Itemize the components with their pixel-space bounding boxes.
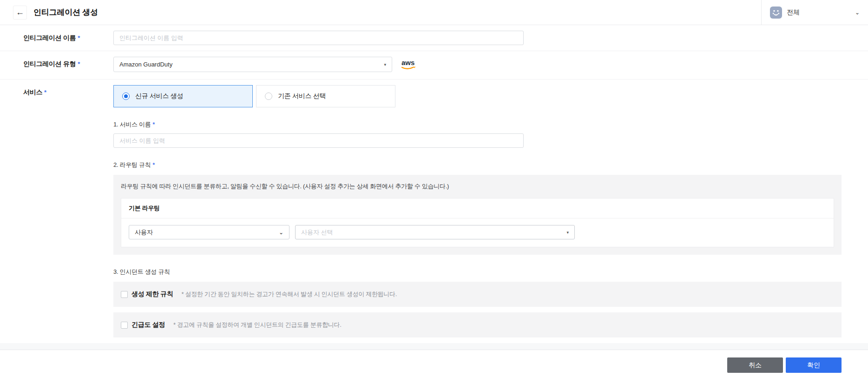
- required-mark: *: [44, 89, 46, 96]
- back-button[interactable]: ←: [13, 6, 27, 20]
- scope-label: 전체: [787, 8, 850, 17]
- required-mark: *: [152, 121, 154, 128]
- routing-description: 라우팅 규칙에 따라 인시던트를 분류하고, 알림을 수신할 수 있습니다. (…: [121, 182, 834, 191]
- dropdown-arrow-icon: ▾: [384, 62, 386, 67]
- confirm-button[interactable]: 확인: [786, 357, 842, 373]
- checkbox-urgency[interactable]: [121, 322, 128, 329]
- service-name-heading: 1. 서비스 이름*: [113, 120, 842, 129]
- incident-rules-heading: 3. 인시던트 생성 규칙: [113, 268, 842, 276]
- required-mark: *: [78, 34, 80, 41]
- integration-create-page: ← 인티그레이션 생성 전체 ⌄ 인티그레이션 이름*: [0, 0, 868, 377]
- dropdown-arrow-icon: ▾: [566, 230, 569, 235]
- integration-type-row: 인티그레이션 유형* Amazon GuardDuty ▾ aws: [0, 51, 868, 79]
- rule-bar-creation-limit: 생성 제한 규칙 * 설정한 기간 동안 일치하는 경고가 연속해서 발생 시 …: [113, 282, 842, 307]
- arrow-left-icon: ←: [16, 7, 24, 17]
- radio-label: 신규 서비스 생성: [135, 92, 183, 100]
- integration-type-value: Amazon GuardDuty: [119, 61, 172, 68]
- rule-note: * 경고에 규칙을 설정하여 개별 인시던트의 긴급도를 분류합니다.: [173, 321, 341, 329]
- radio-card-new-service[interactable]: 신규 서비스 생성: [113, 85, 253, 107]
- chevron-down-icon: ⌄: [279, 229, 283, 236]
- service-mode-options: 신규 서비스 생성 기존 서비스 선택: [113, 85, 842, 107]
- routing-target-placeholder: 사용자 선택: [301, 228, 333, 237]
- radio-checked-icon: [122, 93, 130, 100]
- service-label: 서비스*: [23, 85, 113, 97]
- aws-logo: aws: [399, 58, 419, 73]
- page-title: 인티그레이션 생성: [33, 7, 98, 18]
- integration-type-select[interactable]: Amazon GuardDuty ▾: [113, 57, 392, 72]
- basic-routing-card: 기본 라우팅 사용자 ⌄ 사용자 선택 ▾: [121, 198, 834, 247]
- radio-card-existing-service[interactable]: 기존 서비스 선택: [256, 85, 395, 107]
- basic-routing-title: 기본 라우팅: [121, 198, 834, 218]
- service-section: 신규 서비스 생성 기존 서비스 선택 1. 서비스 이름* 2. 라우팅 규칙…: [113, 85, 842, 337]
- integration-type-label: 인티그레이션 유형*: [23, 57, 113, 68]
- footer-actions: 취소 확인: [0, 350, 868, 377]
- checkbox-creation-limit[interactable]: [121, 291, 128, 298]
- group-icon: [770, 7, 782, 19]
- rule-bar-urgency: 긴급도 설정 * 경고에 규칙을 설정하여 개별 인시던트의 긴급도를 분류합니…: [113, 312, 842, 337]
- routing-rules-heading: 2. 라우팅 규칙*: [113, 161, 842, 169]
- scope-selector[interactable]: 전체 ⌄: [761, 0, 868, 25]
- radio-label: 기존 서비스 선택: [278, 92, 326, 100]
- integration-name-row: 인티그레이션 이름*: [0, 25, 868, 51]
- required-mark: *: [78, 60, 80, 67]
- radio-unchecked-icon: [265, 93, 272, 100]
- service-row: 서비스* 신규 서비스 생성 기존 서비스 선택 1. 서비스 이름*: [0, 79, 868, 343]
- rule-name: 생성 제한 규칙: [132, 290, 173, 298]
- integration-name-input[interactable]: [113, 31, 524, 45]
- routing-target-type-value: 사용자: [135, 228, 153, 237]
- service-name-input[interactable]: [113, 133, 524, 148]
- aws-logo-text: aws: [401, 59, 414, 66]
- rule-note: * 설정한 기간 동안 일치하는 경고가 연속해서 발생 시 인시던트 생성이 …: [181, 290, 397, 298]
- cancel-button[interactable]: 취소: [727, 357, 783, 373]
- integration-name-label: 인티그레이션 이름*: [23, 31, 113, 42]
- routing-target-type-select[interactable]: 사용자 ⌄: [129, 225, 289, 239]
- required-mark: *: [152, 162, 154, 168]
- routing-rules-box: 라우팅 규칙에 따라 인시던트를 분류하고, 알림을 수신할 수 있습니다. (…: [113, 175, 842, 255]
- page-header: ← 인티그레이션 생성 전체 ⌄: [0, 0, 868, 25]
- basic-routing-controls: 사용자 ⌄ 사용자 선택 ▾: [121, 218, 834, 247]
- routing-target-combo[interactable]: 사용자 선택 ▾: [295, 225, 575, 239]
- rule-name: 긴급도 설정: [132, 321, 165, 329]
- chevron-down-icon: ⌄: [855, 9, 860, 16]
